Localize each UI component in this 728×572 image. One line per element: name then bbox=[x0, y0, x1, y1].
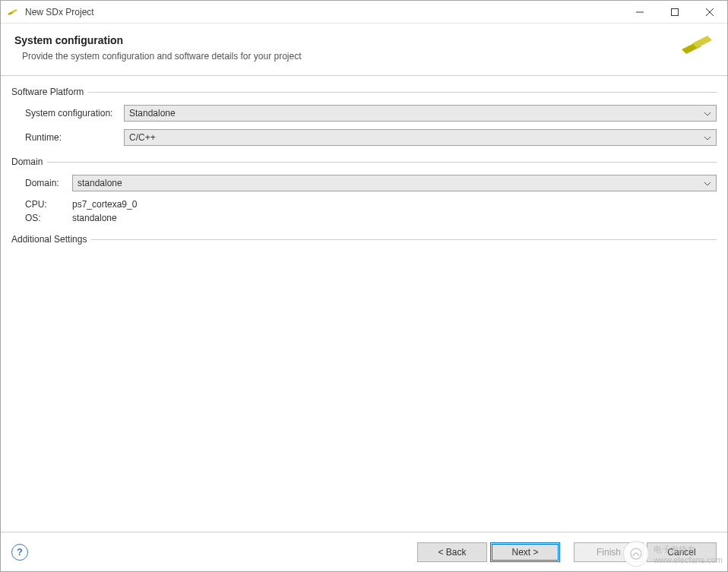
help-button[interactable]: ? bbox=[11, 544, 28, 561]
select-domain[interactable]: standalone bbox=[72, 175, 717, 191]
label-runtime: Runtime: bbox=[25, 132, 124, 143]
content-area: Software Platform System configuration: … bbox=[1, 76, 727, 531]
select-value: C/C++ bbox=[129, 132, 156, 143]
footer-bar: ? < Back Next > Finish Cancel bbox=[1, 532, 727, 571]
row-runtime: Runtime: C/C++ bbox=[25, 129, 717, 146]
chevron-down-icon bbox=[704, 178, 711, 188]
window-controls bbox=[622, 1, 727, 23]
group-domain: Domain bbox=[11, 156, 717, 167]
header-banner: System configuration Provide the system … bbox=[1, 24, 727, 76]
select-value: Standalone bbox=[129, 108, 176, 119]
chevron-down-icon bbox=[704, 132, 711, 143]
row-os: OS: standalone bbox=[25, 213, 717, 223]
value-cpu: ps7_cortexa9_0 bbox=[72, 199, 137, 210]
svg-rect-0 bbox=[672, 9, 679, 16]
group-label: Domain bbox=[11, 156, 47, 167]
next-button[interactable]: Next > bbox=[490, 542, 560, 562]
group-label: Software Platform bbox=[11, 87, 88, 97]
finish-button: Finish bbox=[574, 542, 644, 562]
divider bbox=[88, 92, 717, 93]
banner-icon bbox=[677, 30, 718, 60]
row-domain: Domain: standalone bbox=[25, 175, 717, 191]
label-domain: Domain: bbox=[25, 178, 72, 188]
select-system-configuration[interactable]: Standalone bbox=[124, 105, 717, 122]
label-cpu: CPU: bbox=[25, 199, 72, 210]
cancel-button[interactable]: Cancel bbox=[647, 542, 717, 562]
page-title: System configuration bbox=[14, 34, 714, 46]
back-button[interactable]: < Back bbox=[417, 542, 487, 562]
group-additional-settings: Additional Settings bbox=[11, 234, 717, 245]
close-button[interactable] bbox=[692, 1, 727, 24]
page-subtitle: Provide the system configuration and sof… bbox=[14, 51, 714, 62]
select-runtime[interactable]: C/C++ bbox=[124, 129, 717, 146]
app-icon bbox=[7, 6, 19, 18]
chevron-down-icon bbox=[704, 108, 711, 119]
minimize-button[interactable] bbox=[622, 1, 657, 24]
row-cpu: CPU: ps7_cortexa9_0 bbox=[25, 199, 717, 210]
titlebar: New SDx Project bbox=[1, 1, 727, 24]
maximize-button[interactable] bbox=[657, 1, 692, 24]
group-software-platform: Software Platform bbox=[11, 87, 717, 97]
row-system-configuration: System configuration: Standalone bbox=[25, 105, 717, 122]
divider bbox=[47, 162, 717, 163]
divider bbox=[91, 239, 717, 240]
label-system-configuration: System configuration: bbox=[25, 108, 124, 119]
value-os: standalone bbox=[72, 213, 117, 223]
label-os: OS: bbox=[25, 213, 72, 223]
select-value: standalone bbox=[78, 178, 122, 188]
group-label: Additional Settings bbox=[11, 234, 91, 245]
window-title: New SDx Project bbox=[25, 7, 622, 17]
